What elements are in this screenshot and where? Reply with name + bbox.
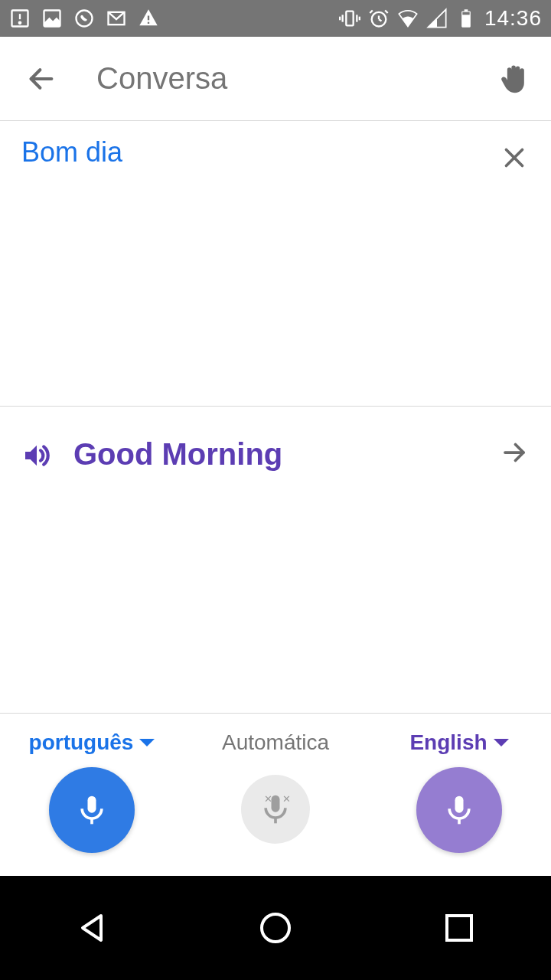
svg-line-16 [370, 11, 373, 14]
battery-icon [455, 8, 477, 29]
vibrate-icon [339, 8, 360, 29]
target-language-column: English [367, 730, 551, 853]
forward-button[interactable] [499, 437, 530, 468]
svg-text:✕: ✕ [282, 793, 291, 805]
target-language-label: English [409, 730, 487, 755]
svg-rect-34 [447, 916, 471, 940]
translated-text: Good Morning [73, 437, 282, 472]
clear-button[interactable] [499, 142, 530, 173]
notification-alert-icon [9, 8, 31, 29]
app-bar: Conversa [0, 37, 551, 121]
svg-line-17 [385, 11, 388, 14]
source-mic-button[interactable] [49, 767, 135, 853]
language-controls: português Automática ✕✕ English [0, 713, 551, 877]
source-language-selector[interactable]: português [29, 730, 155, 755]
status-time: 14:36 [484, 6, 542, 31]
speaker-icon[interactable] [21, 440, 52, 471]
nav-recents-button[interactable] [436, 905, 482, 951]
target-language-selector[interactable]: English [409, 730, 508, 755]
source-language-column: português [0, 730, 184, 853]
whatsapp-icon [73, 8, 95, 29]
target-mic-button[interactable] [416, 767, 502, 853]
svg-rect-19 [465, 9, 468, 11]
nav-back-button[interactable] [69, 905, 115, 951]
gmail-icon [106, 8, 127, 29]
svg-rect-31 [455, 796, 464, 813]
svg-line-15 [379, 19, 382, 21]
content-area: Bom dia Good Morning português Automátic… [0, 121, 551, 877]
chevron-down-icon [139, 739, 155, 746]
svg-rect-6 [148, 16, 149, 21]
auto-column: Automática ✕✕ [184, 730, 367, 844]
auto-mic-button[interactable]: ✕✕ [241, 775, 310, 844]
status-right-icons: 14:36 [339, 6, 542, 31]
nav-home-button[interactable] [253, 905, 298, 951]
chevron-down-icon [494, 739, 509, 746]
source-text: Bom dia [21, 136, 530, 168]
source-language-pane[interactable]: Bom dia [0, 121, 551, 406]
android-nav-bar [0, 876, 551, 980]
auto-label: Automática [222, 730, 329, 755]
status-left-icons [9, 8, 159, 29]
svg-rect-8 [346, 11, 353, 26]
alarm-icon [368, 8, 390, 29]
back-button[interactable] [23, 60, 60, 97]
page-title: Conversa [96, 61, 227, 96]
status-bar: 14:36 [0, 0, 551, 37]
hand-icon[interactable] [496, 60, 533, 97]
warning-icon [138, 8, 159, 29]
svg-text:✕: ✕ [264, 793, 272, 805]
target-language-pane[interactable]: Good Morning [0, 407, 551, 713]
wifi-icon [397, 8, 419, 29]
svg-rect-20 [462, 12, 469, 15]
image-icon [41, 8, 63, 29]
svg-point-2 [19, 22, 21, 24]
source-language-label: português [29, 730, 134, 755]
svg-point-33 [262, 914, 289, 942]
svg-rect-25 [88, 796, 96, 813]
svg-rect-7 [148, 22, 149, 24]
signal-icon [426, 8, 448, 29]
